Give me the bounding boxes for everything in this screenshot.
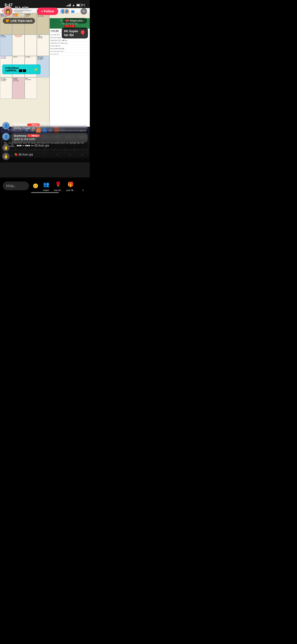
live-badge-label: LIVE Thịnh hành [10,19,32,22]
explore-chevron: › [83,19,84,22]
action-gifts[interactable]: 🎁 Quà Tặ... [66,180,75,192]
comment-bubble: Quyhoang 🔴 Hạng 1 quản lý nhà nước [12,133,88,142]
input-placeholder: Nhập... [6,184,16,188]
join-text: C... ■■■ ▪▪ ■■■ ▪▪▪ đã tham gia [12,144,49,147]
action-flowers[interactable]: 🌹 Hoa hồ... [54,180,62,192]
chart-cell [25,34,37,56]
chart-cell: MỆNHThiên Đồng(D) [25,78,37,99]
emoji-button[interactable]: 😊 [32,182,39,190]
software-item: Lịch Vạn Sự [51,44,89,47]
pk-emoji: 🎈 [80,30,86,36]
comment-username: Quyhoang 🔴 Hạng 1 [14,124,85,126]
software-item: Lục Nhâm Mai Độn [51,47,89,50]
heart-icon: 🧡 [15,13,18,16]
guests-icon: 👥 [42,180,50,189]
action-guests[interactable]: 👥 Khách [42,180,50,192]
viewer-avatar-2: 👤 [64,8,69,14]
comment-username: Quyhoang 🔴 Hạng 1 [14,134,85,137]
pk-title-line2: lục địa [64,33,78,37]
comment-avatar: 🤚 [2,153,10,160]
software-item: Bói Dịch Tử Vi Việt Nam [51,39,89,42]
explore-label: Khám phá [70,19,82,22]
join-text: 。🍓 đã tham gia [12,153,33,156]
comment-avatar: 👤 [2,122,10,130]
chart-cell: ĐIỀN ÂM TỬ MẪULÁ SỐ TỬ VI [12,34,24,56]
pk-overlay: PK Xuyên lục địa 🎈 [62,28,88,38]
viewer-count: 👥 29 [71,10,79,13]
comments-area: 👤 Quyhoang 🔴 Hạng 1 không chuyển rời 👤 [0,127,90,162]
guests-label: Khách [43,189,49,192]
comment-text: không chuyển rời [14,127,85,130]
live-badge: 🧡 LIVE Thịnh hành [3,18,35,24]
gifts-label: Quà Tặ... [66,189,75,192]
input-bar: Nhập... 😊 👥 Khách 🌹 Hoa hồ... 🎁 Quà Tặ..… [0,177,90,194]
gifts-icon: 🎁 [66,180,75,189]
comment-bubble: Quyhoang 🔴 Hạng 1 không chuyển rời [12,122,88,132]
comment-text: quản lý nhà nước [14,138,85,141]
comment-item: 👤 Quyhoang 🔴 Hạng 1 quản lý nhà nước [2,133,88,142]
battery-indicator: 72 [76,4,85,7]
comment-item: 🤚 C... ■■■ ▪▪ ■■■ ▪▪▪ đã tham gia [2,144,88,151]
rank-badge: 🔴 Hạng 1 [27,134,40,137]
rank-badge: 🔴 Hạng 1 [27,124,40,126]
signal-icon [66,4,71,6]
viewers-group: 👤 👤 [60,8,69,14]
home-indicator [31,192,59,193]
share-label: 3 [82,189,83,192]
software-item: Ký Môn Độn Giám... [51,50,89,53]
top-right-actions: 👤 👤 👥 29 ✕ [60,8,87,14]
explore-emoji: 🎀 [66,19,69,22]
comment-avatar: 👤 [2,133,10,140]
comment-input[interactable]: Nhập... [3,182,29,190]
flowers-label: Hoa hồ... [54,189,62,192]
chart-cell: Q.MộcQUAN LỘCCự Môn(M) [37,34,49,56]
battery-icon [76,4,82,6]
software-item: Lá Số Tử... [51,53,89,56]
action-share[interactable]: ↗ 3 [79,180,87,192]
vcb-text: VCB@00hai/ một000/92... ██ ██ [5,67,32,72]
flowers-icon: 🌹 [54,180,62,189]
software-item: Bói Dịch PT Thăng Long [51,42,89,44]
likes-count: 3.1K [19,13,24,16]
sparkle-icon: ✨ [34,68,38,71]
bottom-actions: 👥 Khách 🌹 Hoa hồ... 🎁 Quà Tặ... ↗ 3 [42,180,87,192]
chart-cell: BỔ HỔCThiên Cơ(M) [0,34,12,56]
status-time: 8:47 [4,3,13,7]
streamer-likes: 🧡 3.1K [15,13,35,16]
pk-title-line1: PK Xuyên [64,30,78,33]
chart-cell: PHÚC ĐỨCThái Dương(D)Thái Âm(D) [0,78,12,99]
comment-item: 👤 Quyhoang 🔴 Hạng 1 không chuyển rời [2,122,88,132]
live-heart-emoji: 🧡 [6,19,9,22]
vcb-overlay: VCB@00hai/ một000/92... ██ ██ ✨ [2,64,40,74]
close-button[interactable]: ✕ [80,8,87,14]
share-icon: ↗ [79,180,87,189]
comment-item: 🤚 。🍓 đã tham gia [2,153,88,160]
comment-avatar: 🤚 [2,144,10,151]
wifi-icon: ▲ [72,4,75,7]
status-icons: ▲ 72 [66,4,85,7]
live-video-area: m.vn/lasotuvi/ansaotuvi/ Thiên Lương(V)T… [0,0,90,180]
chart-cell: PHỤ MẪUVũ Khúc(V)Thiên Phú(M) [12,78,24,99]
status-bar: 8:47 ▲ 72 [0,0,90,9]
explore-button[interactable]: 🎀 Khám phá › [62,18,87,24]
